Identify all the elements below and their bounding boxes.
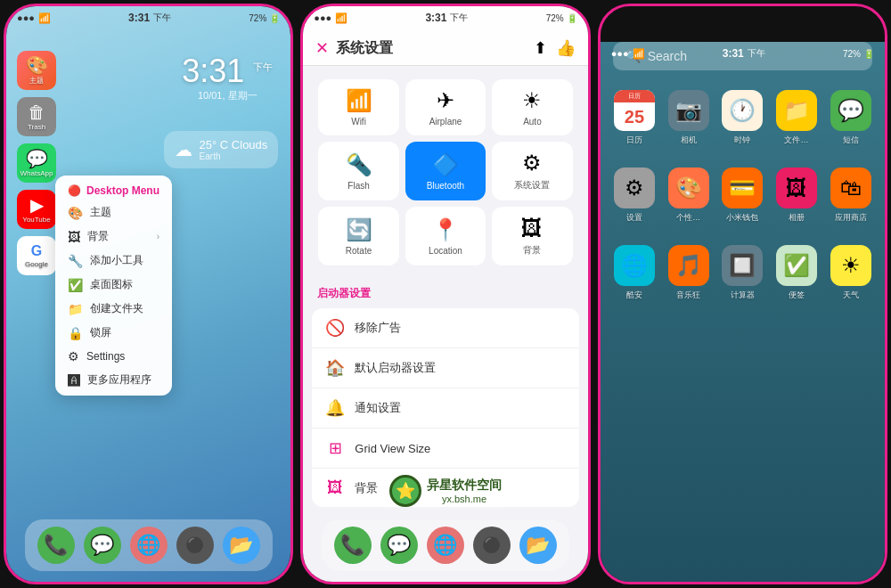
- app-calculator[interactable]: 🔲 计算器: [717, 240, 768, 306]
- launcher-settings-title: 启动器设置: [303, 279, 587, 305]
- phone1-background: ●●● 📶 3:31 下午 72% 🔋 🎨 主题 🗑 Trash: [6, 6, 290, 582]
- phone1-clock: 3:31 下午: [128, 12, 171, 24]
- settings-auto[interactable]: ☀ Auto: [492, 79, 572, 135]
- whatsapp-app[interactable]: 💬 WhatsApp: [17, 143, 56, 183]
- phone2-status-bar: ●●●📶 3:31 下午 72%🔋: [303, 6, 587, 26]
- list-item-notification[interactable]: 🔔 通知设置: [312, 388, 578, 429]
- close-icon[interactable]: ✕: [315, 38, 329, 58]
- app-wallet[interactable]: 💳 小米钱包: [717, 162, 768, 229]
- phone3-status-bar: ●●●📶 3:31 下午 72%🔋: [601, 42, 885, 61]
- settings-airplane[interactable]: ✈ Airplane: [405, 79, 486, 135]
- menu-item-more-apps[interactable]: 🅰 更多应用程序: [55, 368, 172, 392]
- phone2-background: ●●●📶 3:31 下午 72%🔋 ✕ 系统设置 ⬆ 👍 📶: [303, 6, 587, 582]
- weather-widget: ☁ 25° C Clouds Earth: [164, 131, 279, 168]
- app-calendar[interactable]: 日历 25 日历: [609, 85, 660, 151]
- youtube-app[interactable]: ▶ YouTube: [17, 190, 56, 229]
- list-item-remove-ads[interactable]: 🚫 移除广告: [312, 308, 578, 348]
- dock-camera[interactable]: ⚫: [176, 527, 214, 564]
- phone1-dock: 📞 💬 🌐 ⚫ 📂: [25, 519, 273, 571]
- phone3-frame: ●●●📶 3:31 下午 72%🔋 🔍 Search 日历 25 日历: [598, 4, 887, 584]
- app-personalize[interactable]: 🎨 个性…: [663, 162, 714, 229]
- app-grid-row3: 🌐 酷安 🎵 音乐狂 🔲 计算器 ✅ 便签 ☀ 天气: [601, 234, 885, 312]
- thumbsup-icon[interactable]: 👍: [556, 38, 576, 58]
- share-icon[interactable]: ⬆: [534, 38, 547, 58]
- app-clock[interactable]: 🕐 时钟: [717, 85, 768, 151]
- phone1-signal: ●●● 📶: [17, 12, 51, 24]
- phone1-left-icons: 🎨 主题 🗑 Trash 💬 WhatsApp ▶ YouTube G Goog…: [17, 51, 56, 275]
- phone1-status-bar: ●●● 📶 3:31 下午 72% 🔋: [6, 6, 290, 26]
- watermark-badge: ⭐: [389, 475, 421, 507]
- app-kuan[interactable]: 🌐 酷安: [609, 240, 660, 306]
- app-sms[interactable]: 💬 短信: [825, 85, 876, 151]
- context-menu: 🔴 Desktop Menu 🎨 主题 🖼 背景 › 🔧 添加小工具 ✅ 桌面图…: [55, 176, 172, 396]
- menu-item-settings[interactable]: ⚙ Settings: [55, 345, 172, 368]
- app-grid-row2: ⚙ 设置 🎨 个性… 💳 小米钱包 🖼 相册 🛍 应用商店: [601, 157, 885, 234]
- trash-app[interactable]: 🗑 Trash: [17, 97, 56, 136]
- settings-bluetooth[interactable]: 🔷 Bluetooth: [405, 142, 486, 200]
- dock2-messages[interactable]: 💬: [380, 527, 418, 564]
- dock-messages[interactable]: 💬: [84, 527, 121, 564]
- app-grid-row1: 日历 25 日历 📷 相机 🕐 时钟 📁 文件… 💬 短信: [601, 79, 885, 157]
- app-files[interactable]: 📁 文件…: [772, 85, 822, 151]
- menu-item-bg[interactable]: 🖼 背景 ›: [55, 225, 172, 249]
- dock2-chrome[interactable]: 🌐: [427, 527, 464, 564]
- app-music[interactable]: 🎵 音乐狂: [663, 240, 714, 306]
- dock2-camera[interactable]: ⚫: [473, 527, 511, 564]
- app-weather[interactable]: ☀ 天气: [825, 240, 876, 306]
- list-item-default-launcher[interactable]: 🏠 默认启动器设置: [312, 348, 578, 388]
- dock2-files[interactable]: 📂: [519, 527, 557, 564]
- app-notes[interactable]: ✅ 便签: [772, 240, 822, 306]
- weather-icon: ☁: [175, 139, 192, 160]
- clock-widget: 3:31 下午 10/01, 星期一: [182, 55, 273, 102]
- phone1-battery: 72% 🔋: [249, 13, 280, 23]
- app-camera[interactable]: 📷 相机: [663, 85, 714, 151]
- list-item-grid-view[interactable]: ⊞ Grid View Size: [312, 429, 578, 469]
- dock2-phone[interactable]: 📞: [334, 527, 372, 564]
- settings-wifi[interactable]: 📶 Wifi: [318, 79, 398, 135]
- menu-item-lockscreen[interactable]: 🔒 锁屏: [55, 321, 172, 345]
- dock-phone[interactable]: 📞: [37, 527, 75, 564]
- settings-flash[interactable]: 🔦 Flash: [318, 142, 398, 200]
- app-gallery[interactable]: 🖼 相册: [772, 162, 822, 229]
- menu-item-desktop-icon[interactable]: ✅ 桌面图标: [55, 273, 172, 297]
- phone2-frame: ●●●📶 3:31 下午 72%🔋 ✕ 系统设置 ⬆ 👍 📶: [300, 4, 590, 584]
- menu-item-theme[interactable]: 🎨 主题: [55, 200, 172, 225]
- phone2-dock: 📞 💬 🌐 ⚫ 📂: [322, 519, 569, 571]
- settings-rotate[interactable]: 🔄 Rotate: [318, 207, 398, 265]
- dock-chrome[interactable]: 🌐: [130, 527, 168, 564]
- settings-location[interactable]: 📍 Location: [405, 207, 486, 265]
- settings-title: 系统设置: [336, 39, 393, 58]
- app-store[interactable]: 🛍 应用商店: [825, 162, 876, 229]
- watermark: ⭐ 异星软件空间 yx.bsh.me: [382, 471, 509, 510]
- phone3-background: ●●●📶 3:31 下午 72%🔋 🔍 Search 日历 25 日历: [601, 42, 885, 584]
- settings-background[interactable]: 🖼 背景: [492, 207, 572, 265]
- menu-item-widget[interactable]: 🔧 添加小工具: [55, 249, 172, 273]
- phone1-frame: ●●● 📶 3:31 下午 72% 🔋 🎨 主题 🗑 Trash: [4, 4, 293, 584]
- context-menu-header: 🔴 Desktop Menu: [55, 179, 172, 200]
- settings-grid: 📶 Wifi ✈ Airplane ☀ Auto 🔦 Flash 🔷 Bluet…: [303, 66, 587, 279]
- menu-item-create-folder[interactable]: 📁 创建文件夹: [55, 297, 172, 321]
- settings-system[interactable]: ⚙ 系统设置: [492, 142, 572, 200]
- theme-app[interactable]: 🎨 主题: [17, 51, 56, 90]
- app-settings[interactable]: ⚙ 设置: [609, 162, 660, 229]
- google-app[interactable]: G Google: [17, 236, 56, 275]
- dock-files[interactable]: 📂: [223, 527, 260, 564]
